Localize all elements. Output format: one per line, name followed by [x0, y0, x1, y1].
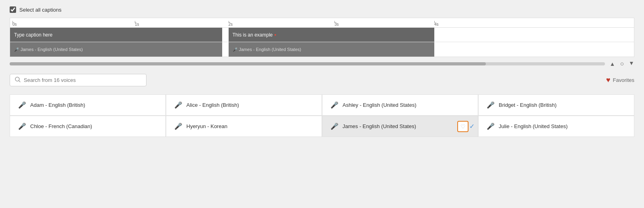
james-favorite-button[interactable]: ♡: [457, 121, 469, 132]
caption-text-row: Type caption here This is an example: [10, 28, 634, 42]
svg-line-1: [19, 81, 20, 82]
scrollbar-thumb[interactable]: [10, 62, 486, 65]
james-card-actions: ♡ ✓: [457, 121, 475, 132]
mic-icon-julie: 🎤: [487, 122, 495, 130]
mic-icon-small-2: 🎤: [233, 47, 237, 52]
mic-icon-ashley: 🎤: [330, 101, 339, 109]
mic-icon-james: 🎤: [330, 122, 339, 130]
voice-card-chloe[interactable]: 🎤 Chloe - French (Canadian): [10, 116, 166, 137]
caption-tracks: Type caption here This is an example 🎤 J…: [10, 27, 634, 57]
heart-outline-icon: ♡: [460, 123, 466, 130]
search-favorites-row: ♥ Favorites: [10, 74, 634, 86]
zoom-in-button[interactable]: ▲: [610, 61, 615, 67]
voice-card-james[interactable]: 🎤 James - English (United States) ♡ ✓: [322, 116, 478, 137]
voice-block-first[interactable]: 🎤 James - English (United States): [10, 42, 222, 57]
mic-icon-bridget: 🎤: [487, 101, 495, 109]
voice-card-julie[interactable]: 🎤 Julie - English (United States): [478, 116, 634, 137]
voice-card-ashley[interactable]: 🎤 Ashley - English (United States): [322, 94, 478, 116]
mic-icon-alice: 🎤: [174, 101, 182, 109]
favorites-button[interactable]: ♥ Favorites: [606, 76, 634, 84]
zoom-controls: ▲ ○ ▲: [610, 60, 634, 67]
voice-grid: 🎤 Adam - English (British) 🎤 Alice - Eng…: [10, 94, 634, 137]
ruler-tick-0s: 0s: [12, 22, 17, 27]
voice-card-alice[interactable]: 🎤 Alice - English (British): [166, 94, 322, 116]
scrollbar-area: ▲ ○ ▲: [10, 59, 634, 69]
scrollbar-track[interactable]: [10, 62, 605, 65]
mic-icon-adam: 🎤: [18, 101, 26, 109]
heart-icon: ♥: [606, 76, 611, 84]
voice-block-second[interactable]: 🎤 James - English (United States): [229, 42, 435, 57]
voice-card-bridget[interactable]: 🎤 Bridget - English (British): [478, 94, 634, 116]
search-input[interactable]: [24, 77, 141, 83]
mic-icon-hyeryun: 🎤: [174, 122, 182, 130]
ruler-tick-1s: 1s: [135, 22, 139, 27]
zoom-out-button[interactable]: ▲: [629, 61, 634, 67]
select-all-checkbox[interactable]: [10, 6, 16, 13]
ruler-tick-4s: 4s: [434, 22, 439, 27]
select-all-row: Select all captions: [10, 6, 634, 13]
voice-card-hyeryun[interactable]: 🎤 Hyeryun - Korean: [166, 116, 322, 137]
main-container: Select all captions 0s 1s 2s 3s 4s Type …: [0, 0, 644, 143]
ruler-tick-3s: 3s: [334, 22, 339, 27]
mic-icon-small-1: 🎤: [14, 47, 19, 52]
select-all-label: Select all captions: [19, 7, 62, 13]
voice-card-adam[interactable]: 🎤 Adam - English (British): [10, 94, 166, 116]
search-box: [10, 74, 147, 86]
zoom-reset-button[interactable]: ○: [620, 60, 624, 67]
timeline-ruler: 0s 1s 2s 3s 4s: [10, 18, 634, 27]
james-check-icon: ✓: [469, 122, 475, 130]
search-icon: [15, 77, 21, 84]
mic-icon-chloe: 🎤: [18, 122, 26, 130]
ruler-tick-2s: 2s: [229, 22, 233, 27]
caption-block-empty[interactable]: Type caption here: [10, 28, 222, 42]
voice-row: 🎤 James - English (United States) 🎤 Jame…: [10, 42, 634, 57]
caption-block-example[interactable]: This is an example: [229, 28, 435, 42]
